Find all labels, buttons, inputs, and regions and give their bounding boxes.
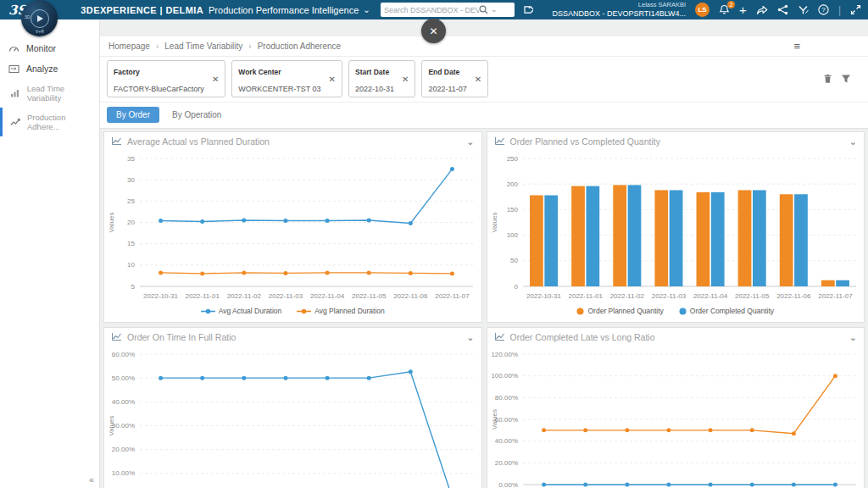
- filter-icon[interactable]: [841, 74, 851, 84]
- svg-text:2022-11-03: 2022-11-03: [269, 292, 303, 300]
- legend-item[interactable]: Avg Planned Duration: [297, 307, 385, 315]
- tab-by-order[interactable]: By Order: [107, 107, 159, 123]
- svg-text:35: 35: [127, 155, 135, 163]
- sidebar-collapse-button[interactable]: «: [89, 474, 94, 485]
- chart-card-order-on-time-in-full-ratio: Order On Time In Full Ratio ⌄ 0.00%10.00…: [103, 327, 482, 488]
- chart-title: Order On Time In Full Ratio: [127, 332, 236, 342]
- compass-play-icon[interactable]: [31, 9, 49, 28]
- chip-value: 2022-10-31: [355, 85, 394, 93]
- svg-text:0: 0: [514, 283, 518, 291]
- search-input[interactable]: [384, 6, 479, 14]
- chip-label: Start Date: [355, 68, 389, 76]
- breadcrumb-homepage[interactable]: Homepage: [108, 42, 150, 51]
- breadcrumb-lead-time-variability[interactable]: Lead Time Variability: [164, 42, 242, 51]
- swym-icon[interactable]: [798, 5, 809, 15]
- hamburger-menu-icon[interactable]: ≡: [793, 42, 800, 51]
- add-content-icon[interactable]: +: [739, 4, 747, 16]
- share-nodes-icon[interactable]: [777, 4, 788, 15]
- svg-text:2022-11-05: 2022-11-05: [735, 292, 770, 300]
- svg-text:?: ?: [821, 6, 826, 14]
- svg-text:40.00%: 40.00%: [494, 437, 517, 445]
- share-arrow-icon[interactable]: [756, 5, 768, 15]
- sidebar-item-analyze[interactable]: Analyze: [0, 58, 99, 79]
- filter-chip-factory[interactable]: Factory FACTORY-BlueCarFactory ✕: [107, 60, 225, 97]
- fullscreen-icon[interactable]: [850, 4, 861, 15]
- chip-value: WORKCENTER-TST 03: [238, 85, 320, 93]
- filter-bar: Factory FACTORY-BlueCarFactory ✕ Work Ce…: [100, 57, 868, 103]
- bar-chart-icon: [10, 89, 20, 97]
- chip-close-icon[interactable]: ✕: [475, 75, 481, 84]
- breadcrumb-separator: ›: [248, 42, 251, 51]
- close-app-button[interactable]: ✕: [421, 19, 446, 43]
- chip-close-icon[interactable]: ✕: [329, 75, 336, 84]
- svg-text:100.00%: 100.00%: [491, 372, 518, 380]
- user-name: Lelass SARAKBI: [552, 2, 686, 9]
- svg-text:Values: Values: [491, 409, 498, 430]
- chip-label: Factory: [114, 68, 140, 76]
- svg-text:2022-11-02: 2022-11-02: [609, 292, 644, 300]
- filter-chip-end-date[interactable]: End Date 2022-11-07 ✕: [421, 60, 488, 97]
- chart-title: Order Completed Late vs Long Ratio: [510, 332, 655, 342]
- legend-item[interactable]: Order Planned Quantity: [576, 307, 663, 315]
- search-icon[interactable]: [479, 5, 488, 14]
- filter-chip-work-center[interactable]: Work Center WORKCENTER-TST 03 ✕: [231, 60, 342, 97]
- tag-icon[interactable]: [522, 4, 533, 15]
- sidebar-item-lead-time-variability[interactable]: Lead Time Variability: [0, 79, 99, 108]
- brand-title: 3DEXPERIENCE | DELMIA: [81, 5, 203, 15]
- charts-grid: Average Actual vs Planned Duration ⌄ 510…: [103, 131, 865, 488]
- chart-card-order-completed-late-vs-long-ratio: Order Completed Late vs Long Ratio ⌄ 0.0…: [487, 327, 865, 488]
- avatar[interactable]: LS: [695, 3, 709, 17]
- svg-text:Values: Values: [108, 416, 115, 436]
- notifications-bell-icon[interactable]: 2: [719, 4, 730, 15]
- app-title: Production Performance Intelligence: [209, 5, 359, 15]
- breadcrumb-production-adherence: Production Adherence: [258, 42, 341, 51]
- line-chart-icon: [494, 134, 505, 149]
- svg-text:15: 15: [127, 240, 135, 247]
- svg-text:20.00%: 20.00%: [494, 459, 517, 467]
- chart-plot-area: 0501001502002502022-10-312022-11-012022-…: [487, 151, 863, 305]
- chevron-down-icon[interactable]: ⌄: [849, 139, 857, 144]
- 3dcompass[interactable]: 3D V+R: [21, 0, 58, 36]
- svg-text:Values: Values: [108, 213, 115, 233]
- svg-text:80.00%: 80.00%: [494, 394, 517, 402]
- topbar-divider: |: [838, 4, 841, 16]
- sidebar-item-monitor[interactable]: Monitor: [0, 38, 99, 58]
- chevron-down-icon[interactable]: ⌄: [466, 335, 474, 340]
- chip-close-icon[interactable]: ✕: [402, 75, 409, 84]
- legend-item[interactable]: Avg Actual Duration: [201, 307, 282, 315]
- chevron-down-icon[interactable]: ⌄: [363, 8, 370, 13]
- sidebar-item-label: Production Adhere...: [27, 113, 94, 131]
- filter-chip-start-date[interactable]: Start Date 2022-10-31 ✕: [348, 60, 415, 97]
- svg-text:2022-11-04: 2022-11-04: [693, 292, 727, 300]
- chevron-down-icon[interactable]: ⌄: [849, 335, 857, 340]
- svg-text:2022-11-01: 2022-11-01: [568, 292, 603, 300]
- tab-by-operation[interactable]: By Operation: [163, 107, 231, 123]
- sidebar: Monitor Analyze Lead Time Variability Pr…: [0, 19, 100, 488]
- chart-card-header: Order Planned vs Completed Quantity ⌄: [487, 132, 865, 151]
- svg-text:2022-11-01: 2022-11-01: [186, 292, 220, 300]
- chip-value: 2022-11-07: [428, 85, 466, 93]
- tenant-name: DSSANDBOX - DEVOPSRTI14BLW4...: [552, 9, 686, 18]
- chart-card-avg-actual-vs-planned-duration: Average Actual vs Planned Duration ⌄ 510…: [103, 131, 482, 323]
- view-tabs: By Order By Operation: [100, 103, 868, 128]
- svg-text:30: 30: [127, 176, 135, 184]
- legend-item[interactable]: Order Completed Quantity: [679, 307, 774, 315]
- chip-close-icon[interactable]: ✕: [212, 75, 219, 84]
- chart-plot-area: 0.00%20.00%40.00%60.00%80.00%100.00%120.…: [487, 347, 863, 488]
- chart-title: Average Actual vs Planned Duration: [127, 136, 270, 147]
- line-chart-icon: [10, 118, 20, 126]
- chart-plot-area: 0.00%10.00%20.00%30.00%40.00%50.00%60.00…: [104, 347, 480, 488]
- sidebar-item-production-adherence[interactable]: Production Adhere...: [0, 108, 99, 136]
- chevron-down-icon[interactable]: ⌄: [466, 139, 474, 144]
- svg-text:Values: Values: [491, 213, 498, 233]
- help-icon[interactable]: ?: [818, 4, 829, 15]
- sidebar-item-label: Analyze: [26, 64, 58, 74]
- delete-filters-icon[interactable]: [823, 74, 832, 84]
- svg-text:60.00%: 60.00%: [112, 351, 135, 358]
- gauge-icon: [8, 44, 19, 53]
- search-box[interactable]: ⌄: [381, 3, 515, 17]
- svg-text:25: 25: [127, 197, 135, 205]
- svg-text:50.00%: 50.00%: [112, 374, 135, 382]
- search-scope-chevron-icon[interactable]: ⌄: [491, 8, 498, 12]
- svg-text:20.00%: 20.00%: [112, 446, 135, 453]
